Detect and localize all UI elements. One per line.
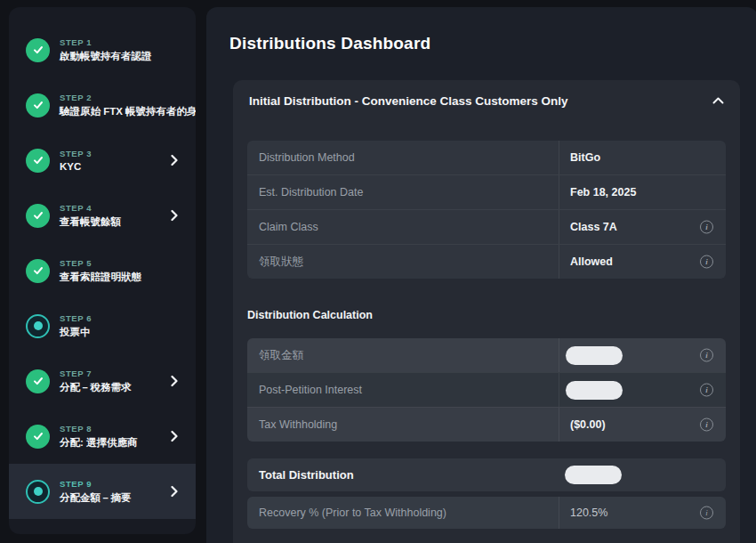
redacted-value-pill xyxy=(565,466,622,484)
sidebar-step-2[interactable]: STEP 2 驗證原始 FTX 帳號持有者的身份 xyxy=(9,77,196,133)
step-title: 分配金額－摘要 xyxy=(60,491,132,505)
distribution-calculation-table: 領取金額 i Post-Petition Interest i Tax With… xyxy=(247,338,726,442)
check-circle-icon xyxy=(26,259,50,283)
accordion-header[interactable]: Initial Distribution - Convenience Class… xyxy=(233,80,740,121)
info-icon[interactable]: i xyxy=(700,507,713,520)
step-title: 啟動帳號持有者認證 xyxy=(60,50,152,63)
calculation-heading: Distribution Calculation xyxy=(247,309,373,321)
initial-distribution-accordion: Initial Distribution - Convenience Class… xyxy=(233,80,740,543)
sidebar-step-8[interactable]: STEP 8 分配: 選擇供應商 xyxy=(9,409,196,464)
step-label: STEP 3 xyxy=(60,149,92,158)
step-title: 查看帳號餘額 xyxy=(60,215,121,229)
row-value: i xyxy=(559,373,726,407)
sidebar-step-9[interactable]: STEP 9 分配金額－摘要 xyxy=(9,464,196,519)
step-title: 投票中 xyxy=(60,326,92,339)
recovery-percent-row: Recovery % (Prior to Tax Withholding) 12… xyxy=(247,497,726,529)
row-label: 領取狀態 xyxy=(247,245,559,279)
page-title: Distributions Dashboard xyxy=(229,34,430,53)
step-title: 分配－稅務需求 xyxy=(60,381,132,394)
table-row: 領取狀態 Allowed i xyxy=(247,244,726,279)
row-label: Post-Petition Interest xyxy=(247,373,559,407)
step-label: STEP 2 xyxy=(60,93,180,102)
row-value: BitGo xyxy=(559,141,726,174)
step-label: STEP 4 xyxy=(60,203,121,213)
accordion-title: Initial Distribution - Convenience Class… xyxy=(249,94,712,108)
total-distribution-row: Total Distribution xyxy=(247,458,726,491)
steps-sidebar: STEP 1 啟動帳號持有者認證 STEP 2 驗證原始 FTX 帳號持有者的身… xyxy=(9,7,196,534)
row-value-text: Allowed xyxy=(570,255,613,268)
row-label: 領取金額 xyxy=(247,338,559,372)
row-value: Allowed i xyxy=(559,245,726,279)
in-progress-radio-icon xyxy=(26,314,50,338)
chevron-right-icon xyxy=(171,486,179,498)
info-icon[interactable]: i xyxy=(700,349,713,362)
chevron-right-icon xyxy=(171,155,179,166)
step-title: 驗證原始 FTX 帳號持有者的身份 xyxy=(60,105,180,118)
recovery-percent-label: Recovery % (Prior to Tax Withholding) xyxy=(247,497,559,529)
row-label: Est. Distribution Date xyxy=(247,175,559,209)
table-row: Distribution Method BitGo xyxy=(247,141,726,174)
step-label: STEP 9 xyxy=(60,479,132,489)
table-row: Claim Class Class 7A i xyxy=(247,209,726,244)
step-title: KYC xyxy=(60,161,92,172)
chevron-right-icon xyxy=(171,376,179,387)
table-row: Post-Petition Interest i xyxy=(247,372,726,407)
chevron-right-icon xyxy=(171,431,179,442)
sidebar-step-1[interactable]: STEP 1 啟動帳號持有者認證 xyxy=(9,22,196,77)
check-circle-icon xyxy=(26,93,50,118)
check-circle-icon xyxy=(26,38,50,62)
distribution-details-table: Distribution Method BitGo Est. Distribut… xyxy=(247,141,726,279)
row-value-text: ($0.00) xyxy=(570,418,606,431)
total-distribution-label: Total Distribution xyxy=(247,458,559,491)
step-title: 分配: 選擇供應商 xyxy=(60,436,138,450)
info-icon[interactable]: i xyxy=(700,384,713,397)
step-label: STEP 7 xyxy=(60,369,132,378)
row-label: Tax Withholding xyxy=(247,408,559,442)
info-icon[interactable]: i xyxy=(700,221,713,234)
row-value: Class 7A i xyxy=(559,210,726,244)
check-circle-icon xyxy=(26,425,50,449)
info-icon[interactable]: i xyxy=(700,255,713,269)
info-icon[interactable]: i xyxy=(700,418,713,432)
sidebar-step-6[interactable]: STEP 6 投票中 xyxy=(9,298,196,353)
row-value-text: 120.5% xyxy=(570,507,607,519)
row-value-text: Class 7A xyxy=(570,221,617,233)
redacted-value-pill xyxy=(566,346,623,365)
row-label: Distribution Method xyxy=(247,141,559,174)
redacted-value-pill xyxy=(566,381,623,400)
check-circle-icon xyxy=(26,204,50,228)
row-value: Feb 18, 2025 xyxy=(559,175,726,209)
check-circle-icon xyxy=(26,149,50,173)
total-distribution-value xyxy=(559,458,726,491)
row-label: Claim Class xyxy=(247,210,559,244)
sidebar-step-4[interactable]: STEP 4 查看帳號餘額 xyxy=(9,188,196,243)
table-row: Tax Withholding ($0.00) i xyxy=(247,407,726,442)
chevron-right-icon xyxy=(171,210,179,222)
sidebar-step-5[interactable]: STEP 5 查看索賠證明狀態 xyxy=(9,243,196,298)
recovery-percent-value: 120.5% i xyxy=(559,497,726,529)
step-title: 查看索賠證明狀態 xyxy=(60,271,141,284)
in-progress-radio-icon xyxy=(26,480,50,504)
row-value: ($0.00) i xyxy=(559,408,726,442)
table-row: Est. Distribution Date Feb 18, 2025 xyxy=(247,174,726,209)
step-label: STEP 1 xyxy=(60,37,152,47)
main-panel: Distributions Dashboard Initial Distribu… xyxy=(206,7,756,543)
chevron-up-icon xyxy=(712,97,724,104)
row-value: i xyxy=(559,338,726,372)
table-row: 領取金額 i xyxy=(247,338,726,372)
sidebar-step-3[interactable]: STEP 3 KYC xyxy=(9,133,196,188)
step-label: STEP 5 xyxy=(60,258,141,268)
check-circle-icon xyxy=(26,369,50,393)
sidebar-step-7[interactable]: STEP 7 分配－稅務需求 xyxy=(9,353,196,409)
step-label: STEP 6 xyxy=(60,313,92,323)
step-label: STEP 8 xyxy=(60,424,138,434)
